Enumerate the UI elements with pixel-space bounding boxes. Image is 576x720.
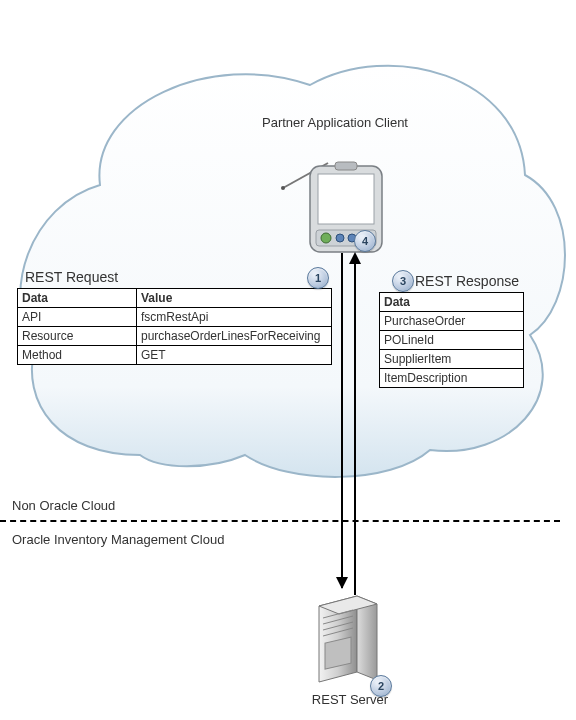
request-arrow [341, 253, 343, 588]
table-row: API fscmRestApi [18, 308, 332, 327]
step-badge-1: 1 [307, 267, 329, 289]
rest-request-table: Data Value API fscmRestApi Resource purc… [17, 288, 332, 365]
step-badge-2: 2 [370, 675, 392, 697]
svg-rect-3 [318, 174, 374, 224]
step-badge-4: 4 [354, 230, 376, 252]
client-label-text: Partner Application Client [262, 115, 408, 130]
table-row: ItemDescription [380, 369, 524, 388]
svg-point-1 [281, 186, 285, 190]
rest-request-title: REST Request [25, 269, 118, 285]
svg-point-7 [336, 234, 344, 242]
req-value: GET [137, 346, 332, 365]
table-row: PurchaseOrder [380, 312, 524, 331]
svg-rect-17 [325, 637, 351, 669]
rest-response-title: REST Response [415, 273, 519, 289]
table-row: SupplierItem [380, 350, 524, 369]
table-row: POLineId [380, 331, 524, 350]
svg-rect-4 [335, 162, 357, 170]
resp-value: POLineId [380, 331, 524, 350]
table-row: Resource purchaseOrderLinesForReceiving [18, 327, 332, 346]
zone-lower-label: Oracle Inventory Management Cloud [12, 531, 224, 549]
req-data: Method [18, 346, 137, 365]
resp-value: ItemDescription [380, 369, 524, 388]
rest-request-header-value: Value [137, 289, 332, 308]
step-badge-3: 3 [392, 270, 414, 292]
resp-value: PurchaseOrder [380, 312, 524, 331]
table-row: Data [380, 293, 524, 312]
rest-response-table: Data PurchaseOrder POLineId SupplierItem… [379, 292, 524, 388]
req-data: API [18, 308, 137, 327]
resp-value: SupplierItem [380, 350, 524, 369]
zone-lower-text: Oracle Inventory Management Cloud [12, 532, 224, 547]
zone-upper-label: Non Oracle Cloud [12, 498, 115, 513]
table-row: Method GET [18, 346, 332, 365]
req-value: fscmRestApi [137, 308, 332, 327]
response-arrow [354, 262, 356, 595]
rest-request-header-data: Data [18, 289, 137, 308]
svg-point-6 [321, 233, 331, 243]
diagram-stage: Partner Application Client REST Request … [0, 0, 576, 720]
table-row: Data Value [18, 289, 332, 308]
server-label: REST Server [295, 692, 405, 707]
req-data: Resource [18, 327, 137, 346]
cloud-shape [10, 45, 566, 485]
client-label: Partner Application Client [260, 115, 410, 132]
req-value: purchaseOrderLinesForReceiving [137, 327, 332, 346]
zone-divider [0, 520, 560, 522]
rest-response-header: Data [380, 293, 524, 312]
server-icon [313, 594, 383, 686]
